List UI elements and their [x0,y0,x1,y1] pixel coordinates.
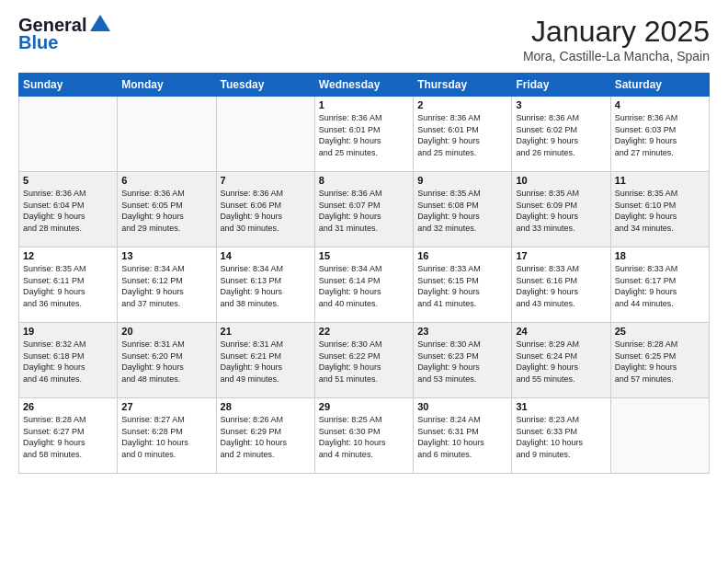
day-info: Sunrise: 8:35 AM Sunset: 6:09 PM Dayligh… [516,188,606,234]
day-info: Sunrise: 8:31 AM Sunset: 6:20 PM Dayligh… [121,339,211,385]
day-number: 9 [417,175,507,186]
day-number: 31 [516,401,606,412]
day-number: 3 [516,99,606,110]
day-number: 14 [221,250,311,261]
table-row: 7Sunrise: 8:36 AM Sunset: 6:06 PM Daylig… [216,172,314,247]
day-info: Sunrise: 8:29 AM Sunset: 6:24 PM Dayligh… [516,339,606,385]
day-number: 8 [319,175,409,186]
col-friday: Friday [512,74,610,97]
day-number: 26 [23,401,113,412]
day-info: Sunrise: 8:24 AM Sunset: 6:31 PM Dayligh… [417,414,507,460]
table-row: 31Sunrise: 8:23 AM Sunset: 6:33 PM Dayli… [512,398,610,474]
day-info: Sunrise: 8:30 AM Sunset: 6:22 PM Dayligh… [319,339,409,385]
day-number: 1 [319,99,409,110]
col-tuesday: Tuesday [216,74,314,97]
col-thursday: Thursday [414,74,512,97]
location: Mora, Castille-La Mancha, Spain [523,49,710,63]
day-info: Sunrise: 8:30 AM Sunset: 6:23 PM Dayligh… [417,339,507,385]
day-info: Sunrise: 8:36 AM Sunset: 6:06 PM Dayligh… [221,188,311,234]
day-number: 19 [23,326,113,337]
table-row: 10Sunrise: 8:35 AM Sunset: 6:09 PM Dayli… [512,172,610,247]
table-row [216,97,314,172]
day-number: 10 [516,175,606,186]
header: General Blue January 2025 Mora, Castille… [18,15,710,63]
table-row: 28Sunrise: 8:26 AM Sunset: 6:29 PM Dayli… [216,398,314,474]
calendar-header-row: Sunday Monday Tuesday Wednesday Thursday… [19,74,710,97]
day-info: Sunrise: 8:28 AM Sunset: 6:25 PM Dayligh… [615,339,705,385]
day-info: Sunrise: 8:36 AM Sunset: 6:04 PM Dayligh… [23,188,113,234]
col-sunday: Sunday [19,74,118,97]
day-info: Sunrise: 8:32 AM Sunset: 6:18 PM Dayligh… [23,339,113,385]
col-saturday: Saturday [610,74,709,97]
svg-marker-0 [90,15,110,31]
table-row: 18Sunrise: 8:33 AM Sunset: 6:17 PM Dayli… [610,247,709,323]
day-info: Sunrise: 8:34 AM Sunset: 6:13 PM Dayligh… [221,263,311,309]
table-row [118,97,216,172]
day-info: Sunrise: 8:35 AM Sunset: 6:08 PM Dayligh… [417,188,507,234]
calendar-week-row: 26Sunrise: 8:28 AM Sunset: 6:27 PM Dayli… [19,398,710,474]
table-row [19,97,118,172]
day-info: Sunrise: 8:31 AM Sunset: 6:21 PM Dayligh… [221,339,311,385]
day-number: 11 [615,175,705,186]
day-number: 4 [615,99,705,110]
day-info: Sunrise: 8:28 AM Sunset: 6:27 PM Dayligh… [23,414,113,460]
day-number: 13 [121,250,211,261]
day-number: 30 [417,401,507,412]
day-info: Sunrise: 8:36 AM Sunset: 6:03 PM Dayligh… [615,112,705,158]
day-info: Sunrise: 8:34 AM Sunset: 6:12 PM Dayligh… [121,263,211,309]
table-row: 8Sunrise: 8:36 AM Sunset: 6:07 PM Daylig… [314,172,413,247]
table-row: 27Sunrise: 8:27 AM Sunset: 6:28 PM Dayli… [118,398,216,474]
day-number: 5 [23,175,113,186]
day-info: Sunrise: 8:36 AM Sunset: 6:05 PM Dayligh… [121,188,211,234]
day-info: Sunrise: 8:26 AM Sunset: 6:29 PM Dayligh… [221,414,311,460]
table-row: 1Sunrise: 8:36 AM Sunset: 6:01 PM Daylig… [314,97,413,172]
logo: General Blue [18,15,110,53]
table-row: 5Sunrise: 8:36 AM Sunset: 6:04 PM Daylig… [19,172,118,247]
table-row: 13Sunrise: 8:34 AM Sunset: 6:12 PM Dayli… [118,247,216,323]
table-row: 29Sunrise: 8:25 AM Sunset: 6:30 PM Dayli… [314,398,413,474]
col-wednesday: Wednesday [314,74,413,97]
day-info: Sunrise: 8:23 AM Sunset: 6:33 PM Dayligh… [516,414,606,460]
table-row: 22Sunrise: 8:30 AM Sunset: 6:22 PM Dayli… [314,323,413,398]
day-number: 17 [516,250,606,261]
calendar-table: Sunday Monday Tuesday Wednesday Thursday… [18,73,710,474]
table-row: 16Sunrise: 8:33 AM Sunset: 6:15 PM Dayli… [414,247,512,323]
day-number: 20 [121,326,211,337]
day-info: Sunrise: 8:34 AM Sunset: 6:14 PM Dayligh… [319,263,409,309]
col-monday: Monday [118,74,216,97]
logo-icon [90,15,110,33]
table-row: 21Sunrise: 8:31 AM Sunset: 6:21 PM Dayli… [216,323,314,398]
table-row [610,398,709,474]
table-row: 11Sunrise: 8:35 AM Sunset: 6:10 PM Dayli… [610,172,709,247]
table-row: 30Sunrise: 8:24 AM Sunset: 6:31 PM Dayli… [414,398,512,474]
day-number: 16 [417,250,507,261]
table-row: 19Sunrise: 8:32 AM Sunset: 6:18 PM Dayli… [19,323,118,398]
table-row: 12Sunrise: 8:35 AM Sunset: 6:11 PM Dayli… [19,247,118,323]
day-info: Sunrise: 8:33 AM Sunset: 6:15 PM Dayligh… [417,263,507,309]
day-number: 23 [417,326,507,337]
day-info: Sunrise: 8:36 AM Sunset: 6:07 PM Dayligh… [319,188,409,234]
day-number: 22 [319,326,409,337]
day-info: Sunrise: 8:36 AM Sunset: 6:01 PM Dayligh… [319,112,409,158]
table-row: 23Sunrise: 8:30 AM Sunset: 6:23 PM Dayli… [414,323,512,398]
day-info: Sunrise: 8:35 AM Sunset: 6:10 PM Dayligh… [615,188,705,234]
table-row: 17Sunrise: 8:33 AM Sunset: 6:16 PM Dayli… [512,247,610,323]
table-row: 25Sunrise: 8:28 AM Sunset: 6:25 PM Dayli… [610,323,709,398]
day-number: 6 [121,175,211,186]
day-info: Sunrise: 8:36 AM Sunset: 6:01 PM Dayligh… [417,112,507,158]
calendar-week-row: 12Sunrise: 8:35 AM Sunset: 6:11 PM Dayli… [19,247,710,323]
day-number: 28 [221,401,311,412]
day-number: 15 [319,250,409,261]
day-info: Sunrise: 8:35 AM Sunset: 6:11 PM Dayligh… [23,263,113,309]
day-number: 25 [615,326,705,337]
table-row: 14Sunrise: 8:34 AM Sunset: 6:13 PM Dayli… [216,247,314,323]
table-row: 9Sunrise: 8:35 AM Sunset: 6:08 PM Daylig… [414,172,512,247]
day-number: 2 [417,99,507,110]
day-number: 12 [23,250,113,261]
calendar-week-row: 19Sunrise: 8:32 AM Sunset: 6:18 PM Dayli… [19,323,710,398]
calendar-week-row: 5Sunrise: 8:36 AM Sunset: 6:04 PM Daylig… [19,172,710,247]
day-info: Sunrise: 8:25 AM Sunset: 6:30 PM Dayligh… [319,414,409,460]
day-number: 29 [319,401,409,412]
day-number: 27 [121,401,211,412]
table-row: 4Sunrise: 8:36 AM Sunset: 6:03 PM Daylig… [610,97,709,172]
